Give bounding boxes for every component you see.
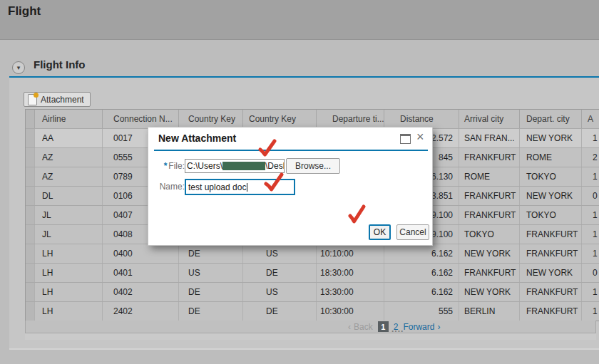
back-button[interactable]: ‹ Back	[348, 322, 373, 332]
cell-arrival_city: NEW YORK	[459, 244, 520, 263]
section-header: ▾ Flight Info	[0, 53, 599, 76]
cell-departure: 10:30:00	[317, 302, 384, 321]
cell-departure: 18:30:00	[317, 264, 384, 282]
chevron-down-icon: ▾	[17, 65, 21, 71]
table-row[interactable]: LH0402DEUS13:30:006.162NEW YORKFRANKFURT…	[26, 282, 599, 301]
close-icon[interactable]: ×	[416, 129, 424, 145]
cell-arrival_time: 1	[582, 244, 599, 263]
forward-button[interactable]: Forward ›	[403, 322, 440, 332]
cell-arrival_city: ROME	[459, 167, 520, 186]
cell-airline: AZ	[35, 167, 103, 186]
row-selector[interactable]	[26, 264, 35, 282]
cell-airline: LH	[35, 302, 103, 321]
attachment-button[interactable]: Attachment	[24, 92, 91, 107]
file-label: *File:	[150, 161, 185, 171]
name-value: test upload doc	[188, 182, 246, 192]
cell-arrival_city: FRANKFURT	[459, 148, 520, 167]
cell-arrival_city: SAN FRAN...	[459, 129, 520, 147]
cell-arrival_time: 1	[582, 167, 599, 186]
cell-country2: DE	[243, 264, 317, 282]
column-header-country1[interactable]: Country Key	[179, 110, 243, 128]
select-all-column[interactable]	[26, 110, 35, 128]
cell-airline: DL	[35, 187, 103, 205]
row-selector[interactable]	[26, 283, 35, 301]
redacted-username	[222, 162, 265, 170]
back-label: Back	[354, 322, 373, 332]
cell-depart_city: NEW YORK	[520, 129, 582, 147]
cell-country1: US	[179, 264, 243, 282]
page-1-current[interactable]: 1	[378, 321, 389, 332]
cell-arrival_city: FRANKFURT	[459, 206, 520, 224]
cancel-button[interactable]: Cancel	[396, 224, 429, 240]
document-attachment-icon	[28, 94, 37, 105]
row-selector[interactable]	[26, 244, 35, 263]
cell-arrival_time: 1	[582, 129, 599, 147]
section-title: Flight Info	[34, 58, 85, 71]
column-header-airline[interactable]: Airline	[35, 110, 103, 128]
ok-button[interactable]: OK	[369, 224, 391, 240]
column-header-arrival_time[interactable]: A	[582, 110, 599, 128]
cell-distance: 555	[384, 302, 459, 321]
cell-arrival_time: 1	[582, 206, 599, 224]
row-selector[interactable]	[26, 167, 35, 186]
file-path-suffix: \Desk	[265, 161, 285, 171]
cell-depart_city: ROME	[520, 148, 582, 167]
cell-arrival_time: 0	[582, 264, 599, 282]
cell-arrival_city: BERLIN	[459, 302, 520, 321]
cell-country2: US	[243, 283, 317, 301]
cell-airline: JL	[35, 225, 103, 244]
cell-arrival_time: 0	[582, 187, 599, 205]
table-pagination-bar: ‹ Back 1 2 Forward › ....	[25, 321, 596, 333]
table-row[interactable]: LH0401USDE18:30:006.162FRANKFURTNEW YORK…	[26, 263, 599, 282]
column-header-depart_city[interactable]: Depart. city	[520, 110, 582, 128]
row-selector[interactable]	[26, 302, 35, 321]
column-header-arrival_city[interactable]: Arrival city	[459, 110, 520, 128]
cell-connection: 0402	[103, 283, 179, 301]
cell-country1: DE	[179, 283, 243, 301]
name-label: Name:	[150, 182, 185, 192]
cell-connection: 2402	[103, 302, 179, 321]
back-arrow-icon: ‹	[348, 322, 351, 332]
cell-arrival_city: NEW YORK	[459, 283, 520, 301]
cell-airline: AA	[35, 129, 103, 147]
cell-distance: 6.162	[384, 264, 459, 282]
column-header-distance[interactable]: Distance	[384, 110, 459, 128]
table-row[interactable]: LH0400DEUS10:10:006.162NEW YORKFRANKFURT…	[26, 244, 599, 263]
cell-arrival_city: FRANKFURT	[459, 187, 520, 205]
column-header-connection[interactable]: Connection N...	[103, 110, 179, 128]
page-title: Flight	[8, 4, 41, 19]
cell-airline: AZ	[35, 148, 103, 167]
maximize-icon[interactable]	[400, 134, 411, 144]
cell-departure: 13:30:00	[317, 283, 384, 301]
cell-depart_city: FRANKFURT	[520, 302, 582, 321]
browse-button[interactable]: Browse...	[286, 158, 340, 174]
text-cursor	[247, 183, 247, 192]
file-path-prefix: C:\Users\	[187, 161, 222, 171]
attachment-button-label: Attachment	[41, 95, 84, 105]
cell-depart_city: NEW YORK	[520, 264, 582, 282]
row-selector[interactable]	[26, 187, 35, 205]
table-row[interactable]: LH2402DEDE10:30:00555BERLINFRANKFURT1	[26, 301, 599, 321]
cell-arrival_time: 2	[582, 148, 599, 167]
row-selector[interactable]	[26, 206, 35, 224]
row-selector[interactable]	[26, 225, 35, 244]
row-selector[interactable]	[26, 148, 35, 167]
column-header-country2[interactable]: Country Key	[243, 110, 317, 128]
name-input[interactable]: test upload doc	[185, 179, 295, 195]
cell-connection: 0400	[103, 244, 179, 263]
cell-depart_city: FRANKFURT	[520, 283, 582, 301]
cell-airline: JL	[35, 206, 103, 224]
cell-airline: LH	[35, 244, 103, 263]
collapse-section-button[interactable]: ▾	[12, 61, 25, 74]
cell-connection: 0401	[103, 264, 179, 282]
cell-distance: 6.162	[384, 283, 459, 301]
cell-departure: 10:10:00	[317, 244, 384, 263]
row-selector[interactable]	[26, 129, 35, 147]
cell-arrival_city: TOKYO	[459, 225, 520, 244]
table-footer-strip	[25, 333, 596, 340]
cell-depart_city: TOKYO	[520, 206, 582, 224]
cell-arrival_time: 1	[582, 302, 599, 321]
file-path-input[interactable]: C:\Users\ \Desk	[185, 159, 285, 173]
column-header-departure[interactable]: Departure ti...	[317, 110, 384, 128]
cell-country1: DE	[179, 302, 243, 321]
